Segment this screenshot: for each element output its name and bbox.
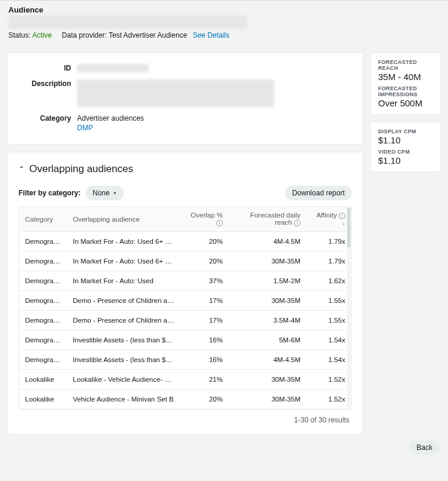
table-row[interactable]: LookalikeVehicle Audience - Minivan Set … xyxy=(19,390,351,409)
cell-affinity: 1.62x xyxy=(306,271,351,291)
cpm-card: DISPLAY CPM $1.10 VIDEO CPM $1.10 xyxy=(370,122,441,172)
cell-category: Demographic xyxy=(19,291,67,311)
cell-category: Demographic xyxy=(19,232,67,252)
cell-audience: In Market For - Auto: Used xyxy=(67,271,181,291)
cell-audience: In Market For - Auto: Used 6+ years old xyxy=(67,232,181,252)
table-row[interactable]: DemographicIn Market For - Auto: Used 6+… xyxy=(19,252,351,271)
forecast-imp-label: FORECASTED IMPRESSIONS xyxy=(378,85,433,97)
filter-category-dropdown[interactable]: None ▾ xyxy=(85,186,124,200)
category-label: Category xyxy=(19,114,77,132)
cell-category: Demographic xyxy=(19,252,67,271)
table-row[interactable]: DemographicIn Market For - Auto: Used 6+… xyxy=(19,232,351,252)
provider-label: Data provider: xyxy=(62,31,106,39)
cell-overlap: 16% xyxy=(181,330,229,350)
cell-audience: Investible Assets - (less than $10k) xyxy=(67,350,181,370)
col-audience[interactable]: Overlapping audience xyxy=(67,207,181,232)
cell-reach: 30M-35M xyxy=(229,252,306,271)
audience-label: Audience xyxy=(8,5,440,14)
status-row: Status: Active Data provider: Test Adver… xyxy=(8,31,440,39)
cell-reach: 3.5M-4M xyxy=(229,311,306,330)
cell-affinity: 1.54x xyxy=(306,330,351,350)
forecast-reach-value: 35M - 40M xyxy=(378,72,433,82)
cell-reach: 4M-4.5M xyxy=(229,232,306,252)
table-row[interactable]: LookalikeLookalike - Vehicle Audience- C… xyxy=(19,370,351,390)
forecast-reach-label: FORECASTED REACH xyxy=(378,59,433,71)
overlap-section-toggle[interactable]: ⌃ Overlapping audiences xyxy=(19,163,352,175)
display-cpm-label: DISPLAY CPM xyxy=(378,128,433,134)
results-count: 1-30 of 30 results xyxy=(19,410,352,425)
category-value-1: Advertiser audiences xyxy=(77,114,144,122)
description-label: Description xyxy=(19,79,77,107)
cell-category: Demographic xyxy=(19,330,67,350)
chevron-down-icon: ▾ xyxy=(113,190,116,196)
cell-reach: 5M-6M xyxy=(229,330,306,350)
col-affinity[interactable]: Affinityi↓ xyxy=(306,207,351,232)
cell-overlap: 21% xyxy=(181,370,229,390)
see-details-link[interactable]: See Details xyxy=(193,31,229,39)
cell-audience: Investible Assets - (less than $10k) xyxy=(67,330,181,350)
cell-reach: 30M-35M xyxy=(229,390,306,409)
info-icon: i xyxy=(294,220,300,226)
details-card: ID Description Category Advertiser audie… xyxy=(7,53,363,145)
cell-category: Lookalike xyxy=(19,370,67,390)
cell-affinity: 1.79x xyxy=(306,252,351,271)
category-link-dmp[interactable]: DMP xyxy=(77,124,144,132)
cell-affinity: 1.52x xyxy=(306,390,351,409)
cell-category: Demographic xyxy=(19,311,67,330)
cell-overlap: 17% xyxy=(181,311,229,330)
filter-label: Filter by category: xyxy=(19,189,81,197)
cell-reach: 4M-4.5M xyxy=(229,350,306,370)
table-row[interactable]: DemographicDemo - Presence of Children a… xyxy=(19,311,351,330)
download-report-button[interactable]: Download report xyxy=(285,186,352,200)
cell-overlap: 17% xyxy=(181,291,229,311)
overlap-title: Overlapping audiences xyxy=(29,163,133,175)
status-value: Active xyxy=(32,31,52,39)
cell-overlap: 16% xyxy=(181,350,229,370)
cell-overlap: 37% xyxy=(181,271,229,291)
info-icon: i xyxy=(216,220,223,226)
info-icon: i xyxy=(339,213,345,219)
overlap-table: Category Overlapping audience Overlap %i… xyxy=(19,207,351,409)
cell-overlap: 20% xyxy=(181,390,229,409)
video-cpm-label: VIDEO CPM xyxy=(378,149,433,155)
cell-affinity: 1.55x xyxy=(306,291,351,311)
cell-affinity: 1.52x xyxy=(306,370,351,390)
cell-audience: Demo - Presence of Children age 13-18 xyxy=(67,311,181,330)
back-button[interactable]: Back xyxy=(409,440,440,455)
sort-desc-icon: ↓ xyxy=(342,220,345,226)
col-category[interactable]: Category xyxy=(19,207,67,232)
forecast-card: FORECASTED REACH 35M - 40M FORECASTED IM… xyxy=(370,53,441,115)
page-header: Audience Status: Active Data provider: T… xyxy=(0,0,448,45)
table-row[interactable]: DemographicInvestible Assets - (less tha… xyxy=(19,330,351,350)
provider-value: Test Advertiser Audience xyxy=(109,31,187,39)
table-row[interactable]: DemographicIn Market For - Auto: Used37%… xyxy=(19,271,351,291)
cell-reach: 30M-35M xyxy=(229,291,306,311)
description-value-redacted xyxy=(77,79,274,107)
cell-affinity: 1.54x xyxy=(306,350,351,370)
overlapping-audiences-card: ⌃ Overlapping audiences Filter by catego… xyxy=(7,152,363,434)
overlap-table-container: Category Overlapping audience Overlap %i… xyxy=(19,206,352,410)
cell-audience: In Market For - Auto: Used 6+ years old xyxy=(67,252,181,271)
cell-reach: 1.5M-2M xyxy=(229,271,306,291)
forecast-imp-value: Over 500M xyxy=(378,98,433,108)
cell-category: Lookalike xyxy=(19,390,67,409)
col-reach[interactable]: Forecasted daily reachi xyxy=(229,207,306,232)
id-value-redacted xyxy=(77,64,149,72)
chevron-up-icon: ⌃ xyxy=(19,165,24,173)
id-label: ID xyxy=(19,64,77,72)
cell-overlap: 20% xyxy=(181,232,229,252)
status-label: Status: xyxy=(8,31,30,39)
cell-affinity: 1.55x xyxy=(306,311,351,330)
col-overlap[interactable]: Overlap %i xyxy=(181,207,229,232)
audience-title-redacted xyxy=(8,16,247,29)
cell-audience: Vehicle Audience - Minivan Set B xyxy=(67,390,181,409)
cell-category: Demographic xyxy=(19,271,67,291)
cell-audience: Demo - Presence of Children age 13-18 xyxy=(67,291,181,311)
video-cpm-value: $1.10 xyxy=(378,155,433,166)
table-row[interactable]: DemographicInvestible Assets - (less tha… xyxy=(19,350,351,370)
table-row[interactable]: DemographicDemo - Presence of Children a… xyxy=(19,291,351,311)
display-cpm-value: $1.10 xyxy=(378,135,433,145)
filter-value: None xyxy=(93,189,110,197)
cell-reach: 30M-35M xyxy=(229,370,306,390)
cell-overlap: 20% xyxy=(181,252,229,271)
